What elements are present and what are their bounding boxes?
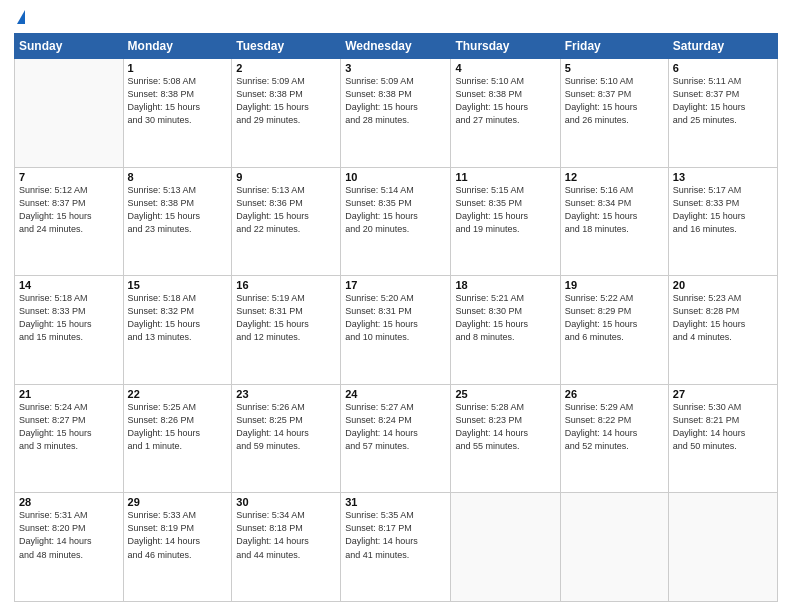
calendar-week-row: 7Sunrise: 5:12 AM Sunset: 8:37 PM Daylig…	[15, 167, 778, 276]
calendar-cell: 29Sunrise: 5:33 AM Sunset: 8:19 PM Dayli…	[123, 493, 232, 602]
day-info: Sunrise: 5:09 AM Sunset: 8:38 PM Dayligh…	[345, 75, 446, 127]
calendar-week-row: 1Sunrise: 5:08 AM Sunset: 8:38 PM Daylig…	[15, 59, 778, 168]
day-info: Sunrise: 5:15 AM Sunset: 8:35 PM Dayligh…	[455, 184, 555, 236]
day-number: 25	[455, 388, 555, 400]
day-number: 19	[565, 279, 664, 291]
day-number: 16	[236, 279, 336, 291]
day-number: 5	[565, 62, 664, 74]
calendar-cell: 25Sunrise: 5:28 AM Sunset: 8:23 PM Dayli…	[451, 384, 560, 493]
day-number: 7	[19, 171, 119, 183]
day-number: 15	[128, 279, 228, 291]
page: SundayMondayTuesdayWednesdayThursdayFrid…	[0, 0, 792, 612]
calendar-cell: 30Sunrise: 5:34 AM Sunset: 8:18 PM Dayli…	[232, 493, 341, 602]
day-info: Sunrise: 5:27 AM Sunset: 8:24 PM Dayligh…	[345, 401, 446, 453]
day-info: Sunrise: 5:13 AM Sunset: 8:38 PM Dayligh…	[128, 184, 228, 236]
day-info: Sunrise: 5:09 AM Sunset: 8:38 PM Dayligh…	[236, 75, 336, 127]
calendar-weekday-saturday: Saturday	[668, 34, 777, 59]
calendar-cell: 12Sunrise: 5:16 AM Sunset: 8:34 PM Dayli…	[560, 167, 668, 276]
day-number: 28	[19, 496, 119, 508]
day-info: Sunrise: 5:16 AM Sunset: 8:34 PM Dayligh…	[565, 184, 664, 236]
day-info: Sunrise: 5:18 AM Sunset: 8:32 PM Dayligh…	[128, 292, 228, 344]
day-info: Sunrise: 5:18 AM Sunset: 8:33 PM Dayligh…	[19, 292, 119, 344]
calendar-cell: 6Sunrise: 5:11 AM Sunset: 8:37 PM Daylig…	[668, 59, 777, 168]
calendar-weekday-tuesday: Tuesday	[232, 34, 341, 59]
day-number: 2	[236, 62, 336, 74]
calendar-cell: 17Sunrise: 5:20 AM Sunset: 8:31 PM Dayli…	[341, 276, 451, 385]
day-info: Sunrise: 5:20 AM Sunset: 8:31 PM Dayligh…	[345, 292, 446, 344]
day-number: 24	[345, 388, 446, 400]
calendar-header-row: SundayMondayTuesdayWednesdayThursdayFrid…	[15, 34, 778, 59]
day-number: 31	[345, 496, 446, 508]
calendar-cell: 4Sunrise: 5:10 AM Sunset: 8:38 PM Daylig…	[451, 59, 560, 168]
day-number: 21	[19, 388, 119, 400]
day-number: 22	[128, 388, 228, 400]
day-number: 11	[455, 171, 555, 183]
day-info: Sunrise: 5:24 AM Sunset: 8:27 PM Dayligh…	[19, 401, 119, 453]
calendar-cell: 26Sunrise: 5:29 AM Sunset: 8:22 PM Dayli…	[560, 384, 668, 493]
day-number: 14	[19, 279, 119, 291]
day-number: 18	[455, 279, 555, 291]
calendar-cell	[560, 493, 668, 602]
day-info: Sunrise: 5:23 AM Sunset: 8:28 PM Dayligh…	[673, 292, 773, 344]
calendar-cell: 21Sunrise: 5:24 AM Sunset: 8:27 PM Dayli…	[15, 384, 124, 493]
day-info: Sunrise: 5:25 AM Sunset: 8:26 PM Dayligh…	[128, 401, 228, 453]
logo-triangle-icon	[17, 10, 25, 24]
calendar-week-row: 14Sunrise: 5:18 AM Sunset: 8:33 PM Dayli…	[15, 276, 778, 385]
day-info: Sunrise: 5:21 AM Sunset: 8:30 PM Dayligh…	[455, 292, 555, 344]
calendar-cell: 22Sunrise: 5:25 AM Sunset: 8:26 PM Dayli…	[123, 384, 232, 493]
day-number: 12	[565, 171, 664, 183]
calendar-cell: 15Sunrise: 5:18 AM Sunset: 8:32 PM Dayli…	[123, 276, 232, 385]
calendar-cell: 23Sunrise: 5:26 AM Sunset: 8:25 PM Dayli…	[232, 384, 341, 493]
calendar-cell: 20Sunrise: 5:23 AM Sunset: 8:28 PM Dayli…	[668, 276, 777, 385]
day-number: 23	[236, 388, 336, 400]
logo	[14, 10, 25, 27]
day-number: 20	[673, 279, 773, 291]
day-number: 10	[345, 171, 446, 183]
day-number: 6	[673, 62, 773, 74]
calendar-cell: 18Sunrise: 5:21 AM Sunset: 8:30 PM Dayli…	[451, 276, 560, 385]
calendar-cell: 7Sunrise: 5:12 AM Sunset: 8:37 PM Daylig…	[15, 167, 124, 276]
calendar-cell: 27Sunrise: 5:30 AM Sunset: 8:21 PM Dayli…	[668, 384, 777, 493]
day-info: Sunrise: 5:17 AM Sunset: 8:33 PM Dayligh…	[673, 184, 773, 236]
day-info: Sunrise: 5:26 AM Sunset: 8:25 PM Dayligh…	[236, 401, 336, 453]
calendar-cell: 8Sunrise: 5:13 AM Sunset: 8:38 PM Daylig…	[123, 167, 232, 276]
calendar-weekday-friday: Friday	[560, 34, 668, 59]
day-info: Sunrise: 5:19 AM Sunset: 8:31 PM Dayligh…	[236, 292, 336, 344]
calendar-cell: 13Sunrise: 5:17 AM Sunset: 8:33 PM Dayli…	[668, 167, 777, 276]
calendar-cell	[451, 493, 560, 602]
calendar-cell: 3Sunrise: 5:09 AM Sunset: 8:38 PM Daylig…	[341, 59, 451, 168]
day-info: Sunrise: 5:12 AM Sunset: 8:37 PM Dayligh…	[19, 184, 119, 236]
calendar-cell: 24Sunrise: 5:27 AM Sunset: 8:24 PM Dayli…	[341, 384, 451, 493]
calendar-cell: 31Sunrise: 5:35 AM Sunset: 8:17 PM Dayli…	[341, 493, 451, 602]
day-info: Sunrise: 5:10 AM Sunset: 8:38 PM Dayligh…	[455, 75, 555, 127]
day-info: Sunrise: 5:33 AM Sunset: 8:19 PM Dayligh…	[128, 509, 228, 561]
calendar-cell: 2Sunrise: 5:09 AM Sunset: 8:38 PM Daylig…	[232, 59, 341, 168]
calendar-table: SundayMondayTuesdayWednesdayThursdayFrid…	[14, 33, 778, 602]
calendar-cell: 11Sunrise: 5:15 AM Sunset: 8:35 PM Dayli…	[451, 167, 560, 276]
day-number: 8	[128, 171, 228, 183]
day-info: Sunrise: 5:28 AM Sunset: 8:23 PM Dayligh…	[455, 401, 555, 453]
calendar-cell: 9Sunrise: 5:13 AM Sunset: 8:36 PM Daylig…	[232, 167, 341, 276]
calendar-week-row: 28Sunrise: 5:31 AM Sunset: 8:20 PM Dayli…	[15, 493, 778, 602]
day-info: Sunrise: 5:10 AM Sunset: 8:37 PM Dayligh…	[565, 75, 664, 127]
calendar-cell	[15, 59, 124, 168]
day-info: Sunrise: 5:35 AM Sunset: 8:17 PM Dayligh…	[345, 509, 446, 561]
day-info: Sunrise: 5:34 AM Sunset: 8:18 PM Dayligh…	[236, 509, 336, 561]
calendar-cell: 14Sunrise: 5:18 AM Sunset: 8:33 PM Dayli…	[15, 276, 124, 385]
calendar-weekday-monday: Monday	[123, 34, 232, 59]
day-number: 27	[673, 388, 773, 400]
calendar-week-row: 21Sunrise: 5:24 AM Sunset: 8:27 PM Dayli…	[15, 384, 778, 493]
header	[14, 10, 778, 27]
day-number: 4	[455, 62, 555, 74]
day-number: 26	[565, 388, 664, 400]
calendar-weekday-sunday: Sunday	[15, 34, 124, 59]
calendar-weekday-wednesday: Wednesday	[341, 34, 451, 59]
day-number: 3	[345, 62, 446, 74]
day-number: 29	[128, 496, 228, 508]
day-number: 30	[236, 496, 336, 508]
day-info: Sunrise: 5:14 AM Sunset: 8:35 PM Dayligh…	[345, 184, 446, 236]
calendar-cell: 16Sunrise: 5:19 AM Sunset: 8:31 PM Dayli…	[232, 276, 341, 385]
day-info: Sunrise: 5:30 AM Sunset: 8:21 PM Dayligh…	[673, 401, 773, 453]
day-info: Sunrise: 5:08 AM Sunset: 8:38 PM Dayligh…	[128, 75, 228, 127]
calendar-cell: 19Sunrise: 5:22 AM Sunset: 8:29 PM Dayli…	[560, 276, 668, 385]
